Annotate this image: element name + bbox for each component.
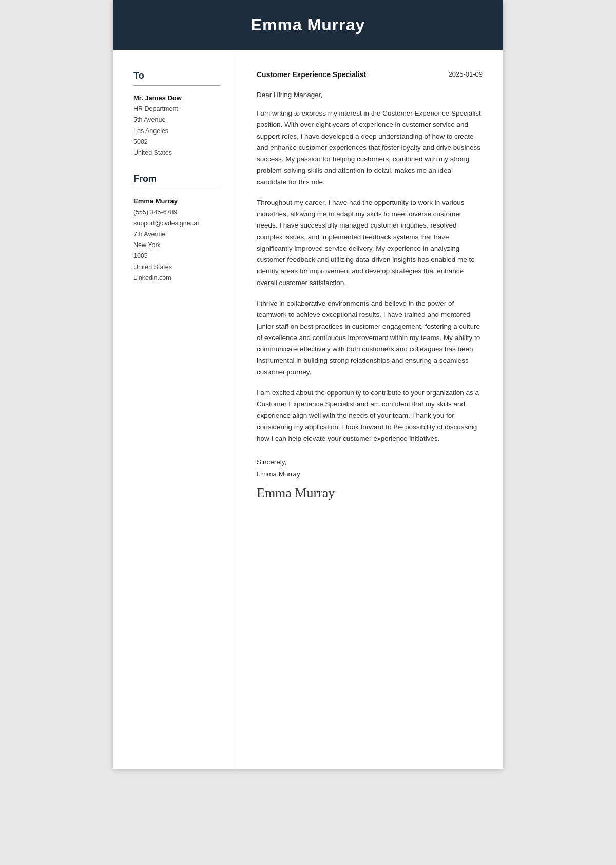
- from-label: From: [133, 174, 220, 184]
- handwritten-signature: Emma Murray: [257, 485, 483, 501]
- recipient-address-line3: Los Angeles: [133, 126, 220, 137]
- sender-address-line1: 7th Avenue: [133, 229, 220, 240]
- cover-letter-page: Emma Murray To Mr. James Dow HR Departme…: [113, 0, 503, 769]
- sender-phone: (555) 345-6789: [133, 207, 220, 218]
- letter-date: 2025-01-09: [449, 70, 483, 78]
- sender-name: Emma Murray: [133, 197, 220, 205]
- to-section: To Mr. James Dow HR Department 5th Avenu…: [133, 70, 220, 158]
- sender-address-line2: New York: [133, 240, 220, 251]
- main-content: Customer Experience Specialist 2025-01-0…: [236, 50, 503, 769]
- closing-line: Sincerely,: [257, 457, 483, 468]
- sidebar: To Mr. James Dow HR Department 5th Avenu…: [113, 50, 236, 769]
- recipient-address-line5: United States: [133, 147, 220, 158]
- recipient-address-line2: 5th Avenue: [133, 115, 220, 125]
- recipient-address-line4: 5002: [133, 137, 220, 147]
- to-divider: [133, 85, 220, 86]
- paragraph-2: Throughout my career, I have had the opp…: [257, 197, 483, 289]
- letter-closing: Sincerely, Emma Murray: [257, 457, 483, 480]
- paragraph-1: I am writing to express my interest in t…: [257, 108, 483, 188]
- from-section: From Emma Murray (555) 345-6789 support@…: [133, 174, 220, 284]
- job-position: Customer Experience Specialist: [257, 70, 366, 79]
- salutation: Dear Hiring Manager,: [257, 91, 483, 99]
- applicant-name: Emma Murray: [123, 15, 493, 34]
- to-label: To: [133, 70, 220, 81]
- sender-address-line4: United States: [133, 262, 220, 273]
- letter-header: Customer Experience Specialist 2025-01-0…: [257, 70, 483, 79]
- from-divider: [133, 189, 220, 189]
- sender-contact: (555) 345-6789 support@cvdesigner.ai 7th…: [133, 207, 220, 284]
- content-area: To Mr. James Dow HR Department 5th Avenu…: [113, 50, 503, 769]
- sender-linkedin: Linkedin.com: [133, 273, 220, 284]
- paragraph-4: I am excited about the opportunity to co…: [257, 387, 483, 444]
- closing-name: Emma Murray: [257, 468, 483, 480]
- paragraph-3: I thrive in collaborative environments a…: [257, 298, 483, 378]
- recipient-address-line1: HR Department: [133, 104, 220, 115]
- recipient-address: HR Department 5th Avenue Los Angeles 500…: [133, 104, 220, 158]
- sender-email: support@cvdesigner.ai: [133, 218, 220, 229]
- recipient-name: Mr. James Dow: [133, 94, 220, 102]
- page-header: Emma Murray: [113, 0, 503, 50]
- sender-address-line3: 1005: [133, 251, 220, 261]
